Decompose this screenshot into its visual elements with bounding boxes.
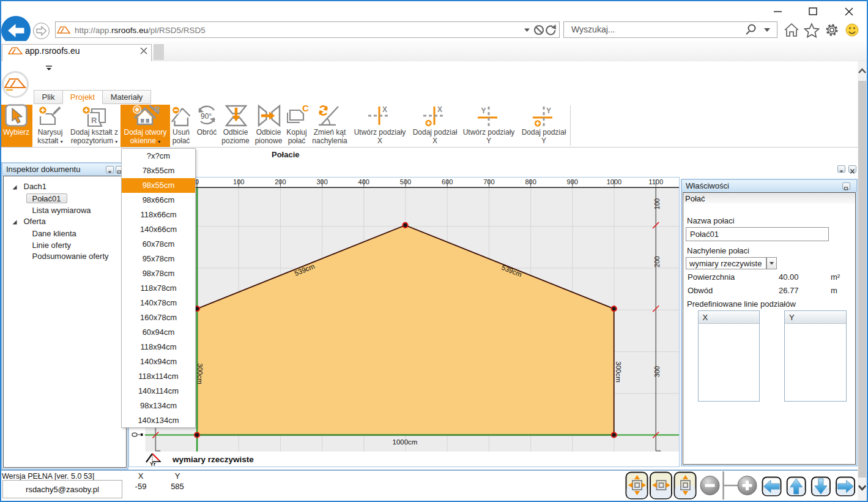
svg-text:Yr: Yr (150, 461, 156, 466)
svg-text:300: 300 (653, 365, 660, 376)
svg-text:300: 300 (316, 178, 327, 185)
svg-text:1000cm: 1000cm (392, 438, 417, 446)
svg-text:200: 200 (653, 256, 660, 267)
svg-text:Y: Y (481, 107, 486, 115)
svg-text:200: 200 (275, 178, 286, 185)
svg-text:100: 100 (653, 198, 660, 209)
svg-text:R: R (91, 116, 97, 125)
svg-text:1100: 1100 (648, 178, 663, 185)
svg-text:500: 500 (399, 178, 410, 185)
svg-text:C: C (302, 104, 309, 113)
svg-text:400: 400 (358, 178, 369, 185)
svg-text:R: R (155, 105, 160, 114)
svg-text:600: 600 (442, 178, 453, 185)
svg-text:100: 100 (233, 178, 244, 185)
svg-text:90°: 90° (201, 112, 212, 121)
svg-text:1000: 1000 (606, 178, 621, 185)
svg-text:700: 700 (483, 178, 494, 185)
svg-text:300cm: 300cm (615, 361, 622, 383)
svg-text:X: X (437, 105, 442, 114)
svg-text:900: 900 (566, 178, 577, 185)
svg-text:X: X (382, 105, 387, 114)
svg-text:300cm: 300cm (196, 363, 204, 384)
svg-text:800: 800 (525, 178, 536, 185)
svg-text:Y: Y (546, 107, 551, 115)
